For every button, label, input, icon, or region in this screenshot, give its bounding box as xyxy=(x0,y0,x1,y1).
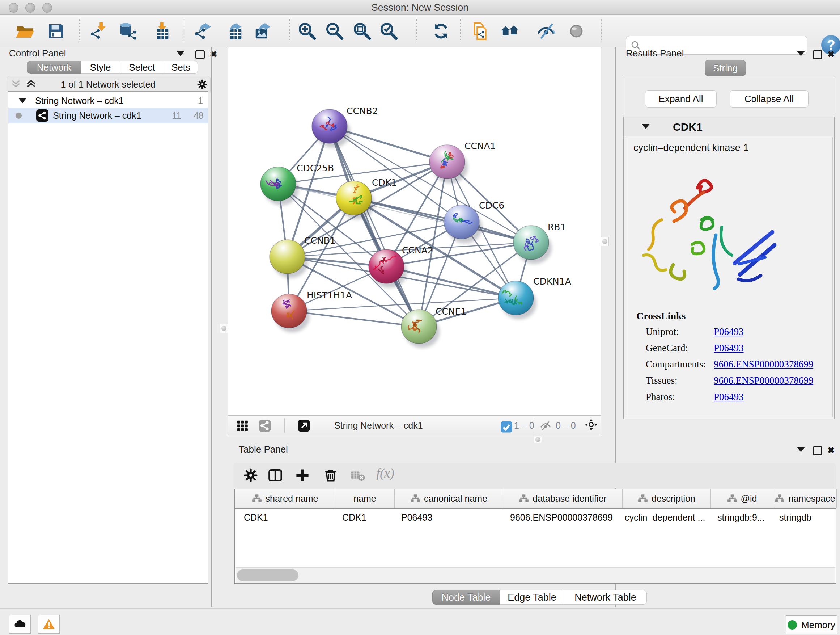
cloud-icon xyxy=(13,618,27,631)
grid-view-icon[interactable] xyxy=(236,420,248,432)
crosslink-link[interactable]: 9606.ENSP00000378699 xyxy=(714,375,813,386)
import-database-button[interactable] xyxy=(118,21,138,41)
network-node-CCNA1[interactable] xyxy=(429,145,465,179)
crosslink-link[interactable]: P06493 xyxy=(714,342,744,354)
table-cell[interactable]: P06493 xyxy=(395,509,510,525)
open-file-button[interactable] xyxy=(15,21,35,41)
splitter-knob[interactable] xyxy=(219,324,228,333)
column-header-shared-name[interactable]: shared name xyxy=(235,489,335,508)
table-cell[interactable]: CDK1 xyxy=(235,509,344,525)
destroy-view-icon[interactable] xyxy=(259,420,271,432)
column-header--id[interactable]: @id xyxy=(711,489,774,508)
left-splitter[interactable] xyxy=(211,47,212,607)
column-header-name[interactable]: name xyxy=(335,489,395,508)
cloud-button[interactable] xyxy=(9,615,31,633)
horizontal-scrollbar[interactable] xyxy=(235,567,835,583)
show-columns-icon[interactable] xyxy=(268,468,283,483)
close-panel-icon[interactable]: ✖ xyxy=(827,50,835,59)
network-tree: String Network – cdk1 1 String Network –… xyxy=(8,91,208,584)
column-header-description[interactable]: description xyxy=(622,489,711,508)
window-title: Session: New Session xyxy=(0,2,840,13)
first-neighbors-button[interactable] xyxy=(500,21,519,41)
tab-select[interactable]: Select xyxy=(120,61,164,74)
tab-node-table[interactable]: Node Table xyxy=(432,590,500,605)
selected-checkbox-icon[interactable] xyxy=(500,421,510,431)
expand-all-button[interactable]: Expand All xyxy=(645,90,717,108)
tab-edge-table[interactable]: Edge Table xyxy=(500,590,564,605)
network-view-canvas[interactable]: CCNB2CCNA1CDC25BCDK1CDC6RB1CCNB1CCNA2CDK… xyxy=(228,47,601,416)
network-label: String Network – cdk1 xyxy=(53,111,141,121)
float-panel-icon[interactable] xyxy=(813,446,822,455)
tab-sets[interactable]: Sets xyxy=(164,61,198,74)
crosslink-label: Compartments: xyxy=(646,359,706,370)
zoom-in-button[interactable] xyxy=(297,21,317,41)
add-column-icon[interactable] xyxy=(295,468,310,483)
float-panel-icon[interactable] xyxy=(195,50,205,59)
function-builder-icon[interactable]: f(x) xyxy=(376,466,394,481)
network-graph[interactable]: CCNB2CCNA1CDC25BCDK1CDC6RB1CCNB1CCNA2CDK… xyxy=(228,48,601,415)
save-session-button[interactable] xyxy=(46,21,66,41)
table-cell[interactable]: 9606.ENSP00000378699 xyxy=(503,509,630,525)
collapse-section-icon[interactable] xyxy=(642,124,650,129)
tab-style[interactable]: Style xyxy=(81,61,120,74)
network-node-RB1[interactable] xyxy=(513,226,549,260)
warnings-button[interactable] xyxy=(38,615,60,633)
panel-menu-icon[interactable] xyxy=(177,51,185,56)
collapse-all-button[interactable]: Collapse All xyxy=(729,90,808,108)
network-node-CCNB1[interactable] xyxy=(270,240,305,274)
network-options-gear-icon[interactable] xyxy=(196,79,208,90)
export-image-button[interactable] xyxy=(253,21,273,41)
duplicate-network-button[interactable] xyxy=(470,21,490,41)
table-options-gear-icon[interactable] xyxy=(243,468,258,483)
panel-menu-icon[interactable] xyxy=(797,447,805,452)
hidden-eye-icon[interactable] xyxy=(539,420,552,432)
show-hidden-button[interactable] xyxy=(567,21,586,41)
network-edge[interactable] xyxy=(354,198,531,242)
panel-menu-icon[interactable] xyxy=(797,51,805,56)
delete-table-icon[interactable] xyxy=(350,468,365,483)
table-cell[interactable]: CDK1 xyxy=(335,509,401,525)
table-cell[interactable]: stringdb:9... xyxy=(711,509,780,525)
tab-network[interactable]: Network xyxy=(27,61,81,74)
zoom-selected-button[interactable] xyxy=(379,21,399,41)
tab-string[interactable]: String xyxy=(705,60,746,76)
hide-selected-button[interactable] xyxy=(536,21,556,41)
crosslink-link[interactable]: P06493 xyxy=(714,391,744,402)
zoom-out-button[interactable] xyxy=(325,21,344,41)
import-table-button[interactable] xyxy=(151,21,171,41)
float-panel-icon[interactable] xyxy=(813,50,822,59)
scrollbar-thumb[interactable] xyxy=(237,570,298,581)
crosshair-icon[interactable] xyxy=(585,418,600,433)
node-section-header[interactable]: CDK1 xyxy=(624,117,834,136)
export-view-icon[interactable] xyxy=(298,420,310,432)
network-node-HIST1H1A[interactable] xyxy=(271,294,307,328)
delete-column-icon[interactable] xyxy=(323,468,338,483)
tree-expand-icon[interactable] xyxy=(19,98,27,103)
export-network-button[interactable] xyxy=(194,21,213,41)
zoom-fit-button[interactable] xyxy=(352,21,372,41)
crosslink-link[interactable]: P06493 xyxy=(714,326,744,337)
splitter-knob[interactable] xyxy=(534,436,542,443)
network-tree-row[interactable]: String Network – cdk1 11 48 xyxy=(8,108,208,124)
network-node-CCNE1[interactable] xyxy=(401,310,437,344)
export-table-button[interactable] xyxy=(224,21,244,41)
column-header-database-identifier[interactable]: database identifier xyxy=(503,489,622,508)
network-node-CCNB2[interactable] xyxy=(312,109,347,143)
tab-network-table[interactable]: Network Table xyxy=(564,590,647,605)
collapse-all-networks-icon[interactable] xyxy=(27,80,36,88)
column-header-namespace[interactable]: namespace xyxy=(774,489,837,508)
crosslink-link[interactable]: 9606.ENSP00000378699 xyxy=(714,359,813,370)
table-cell[interactable]: cyclin–dependent ... xyxy=(622,509,713,525)
column-header-canonical-name[interactable]: canonical name xyxy=(395,489,503,508)
network-node-CCNA2[interactable] xyxy=(369,249,404,283)
memory-label: Memory xyxy=(801,619,835,631)
memory-button[interactable]: Memory xyxy=(786,616,837,634)
node-label-CDKN1A: CDKN1A xyxy=(533,276,571,287)
import-network-button[interactable] xyxy=(89,21,109,41)
refresh-layout-button[interactable] xyxy=(431,21,451,41)
splitter-knob[interactable] xyxy=(600,237,609,246)
table-cell[interactable]: stringdb xyxy=(774,509,840,525)
network-tree-root-row[interactable]: String Network – cdk1 1 xyxy=(8,94,208,108)
close-panel-icon[interactable]: ✖ xyxy=(827,446,835,455)
expand-all-networks-icon[interactable] xyxy=(11,80,21,88)
